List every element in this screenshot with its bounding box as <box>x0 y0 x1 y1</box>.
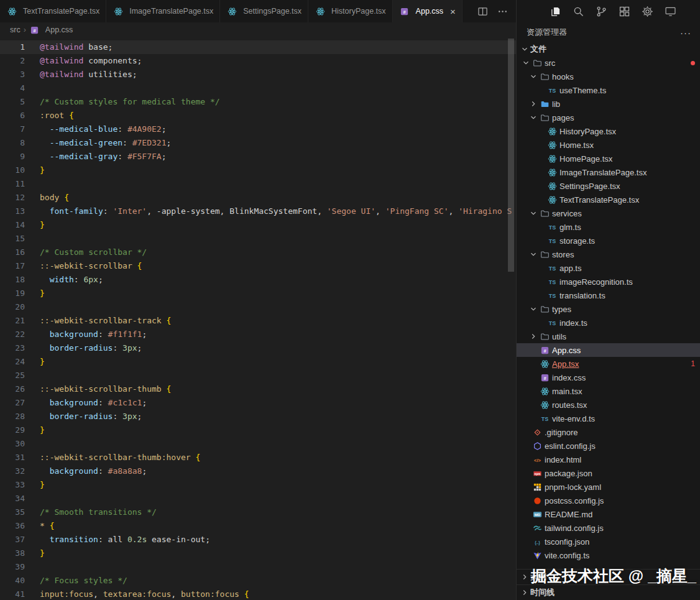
tree-item-app.ts[interactable]: TSapp.ts <box>517 261 700 275</box>
code-line-5[interactable]: 5/* Custom styles for medical theme */ <box>0 95 516 109</box>
tree-item-vite-env.d.ts[interactable]: TSvite-env.d.ts <box>517 412 700 425</box>
tree-item-texttranslatepage.tsx[interactable]: TextTranslatePage.tsx <box>517 193 700 206</box>
tree-item-index.ts[interactable]: TSindex.ts <box>517 316 700 330</box>
code-line-18[interactable]: 18 width: 6px; <box>0 273 516 287</box>
tab-imagetranslatepage.tsx[interactable]: ImageTranslatePage.tsx <box>106 0 220 22</box>
code-line-17[interactable]: 17::-webkit-scrollbar { <box>0 259 516 273</box>
tree-item-app.css[interactable]: #App.css <box>517 343 700 357</box>
tree-item-settingspage.tsx[interactable]: SettingsPage.tsx <box>517 179 700 193</box>
code-line-14[interactable]: 14} <box>0 218 516 232</box>
code-editor[interactable]: 1@tailwind base;2@tailwind components;3@… <box>0 37 516 600</box>
code-line-13[interactable]: 13 font-family: 'Inter', -apple-system, … <box>0 205 516 218</box>
code-line-10[interactable]: 10} <box>0 164 516 177</box>
code-line-30[interactable]: 30 <box>0 437 516 451</box>
code-line-4[interactable]: 4 <box>0 81 516 95</box>
tree-item-pnpm-lock.yaml[interactable]: pnpm-lock.yaml <box>517 480 700 494</box>
tab-historypage.tsx[interactable]: HistoryPage.tsx <box>308 0 393 22</box>
code-line-40[interactable]: 40/* Focus styles */ <box>0 574 516 588</box>
tree-item-services[interactable]: services <box>517 206 700 220</box>
code-line-33[interactable]: 33} <box>0 478 516 492</box>
tree-item-types[interactable]: types <box>517 302 700 316</box>
code-line-32[interactable]: 32 background: #a8a8a8; <box>0 464 516 478</box>
tree-item-index.html[interactable]: </>index.html <box>517 453 700 466</box>
code-line-12[interactable]: 12body { <box>0 191 516 205</box>
files-icon[interactable] <box>548 4 563 19</box>
tree-item-lib[interactable]: lib <box>517 97 700 111</box>
code-line-31[interactable]: 31::-webkit-scrollbar-thumb:hover { <box>0 451 516 464</box>
tree-item-imagetranslatepage.tsx[interactable]: ImageTranslatePage.tsx <box>517 165 700 179</box>
tree-item-storage.ts[interactable]: TSstorage.ts <box>517 234 700 247</box>
code-line-27[interactable]: 27 background: #c1c1c1; <box>0 396 516 410</box>
tree-item-vite.config.ts[interactable]: vite.config.ts <box>517 548 700 562</box>
code-line-39[interactable]: 39 <box>0 560 516 574</box>
tree-item-postcss.config.js[interactable]: postcss.config.js <box>517 494 700 507</box>
monitor-icon[interactable] <box>663 4 678 19</box>
tree-item-tsconfig.json[interactable]: {..}tsconfig.json <box>517 535 700 548</box>
code-line-35[interactable]: 35/* Smooth transitions */ <box>0 505 516 519</box>
code-line-29[interactable]: 29} <box>0 423 516 437</box>
gear-icon[interactable] <box>640 4 655 19</box>
more-actions-icon[interactable]: ··· <box>680 27 691 38</box>
tree-item-main.tsx[interactable]: main.tsx <box>517 384 700 398</box>
section-timeline[interactable]: 时间线 <box>517 584 700 600</box>
tree-item-translation.ts[interactable]: TStranslation.ts <box>517 288 700 302</box>
code-line-34[interactable]: 34 <box>0 492 516 505</box>
code-line-16[interactable]: 16/* Custom scrollbar */ <box>0 246 516 259</box>
code-line-23[interactable]: 23 border-radius: 3px; <box>0 341 516 355</box>
code-line-21[interactable]: 21::-webkit-scrollbar-track { <box>0 314 516 328</box>
tree-item-pages[interactable]: pages <box>517 111 700 124</box>
search-icon[interactable] <box>571 4 586 19</box>
code-line-37[interactable]: 37 transition: all 0.2s ease-in-out; <box>0 533 516 547</box>
tree-item-routes.tsx[interactable]: routes.tsx <box>517 398 700 412</box>
tree-item-glm.ts[interactable]: TSglm.ts <box>517 220 700 234</box>
tree-item-utils[interactable]: utils <box>517 330 700 343</box>
code-line-7[interactable]: 7 --medical-blue: #4A90E2; <box>0 122 516 136</box>
close-icon[interactable]: × <box>450 7 456 16</box>
code-line-24[interactable]: 24} <box>0 355 516 369</box>
code-line-15[interactable]: 15 <box>0 232 516 246</box>
tree-item-eslint.config.js[interactable]: eslint.config.js <box>517 439 700 453</box>
tree-item-home.tsx[interactable]: Home.tsx <box>517 138 700 152</box>
tab-texttranslatepage.tsx[interactable]: TextTranslatePage.tsx <box>0 0 106 22</box>
section-files[interactable]: 文件 <box>517 42 700 56</box>
code-line-38[interactable]: 38} <box>0 547 516 560</box>
code-line-36[interactable]: 36* { <box>0 519 516 533</box>
tree-item-imagerecognition.ts[interactable]: TSimageRecognition.ts <box>517 275 700 288</box>
code-line-28[interactable]: 28 border-radius: 3px; <box>0 410 516 423</box>
tree-item-index.css[interactable]: #index.css <box>517 371 700 384</box>
tree-item-src[interactable]: src <box>517 56 700 70</box>
tree-item-historypage.tsx[interactable]: HistoryPage.tsx <box>517 124 700 138</box>
git-branch-icon[interactable] <box>594 4 609 19</box>
code-line-25[interactable]: 25 <box>0 369 516 382</box>
code-line-22[interactable]: 22 background: #f1f1f1; <box>0 328 516 341</box>
code-line-2[interactable]: 2@tailwind components; <box>0 54 516 68</box>
code-line-9[interactable]: 9 --medical-gray: #F5F7FA; <box>0 150 516 164</box>
tree-item-readme.md[interactable]: MDREADME.md <box>517 507 700 521</box>
more-icon[interactable] <box>495 4 510 19</box>
tree-item-homepage.tsx[interactable]: HomePage.tsx <box>517 152 700 165</box>
tree-item-app.tsx[interactable]: App.tsx1 <box>517 357 700 371</box>
tab-app.css[interactable]: #App.css× <box>393 0 463 22</box>
split-editor-icon[interactable] <box>475 4 490 19</box>
tree-item-tailwind.config.js[interactable]: tailwind.config.js <box>517 521 700 535</box>
editor-scrollbar[interactable] <box>508 39 514 272</box>
breadcrumb-folder[interactable]: src <box>10 25 21 34</box>
code-line-3[interactable]: 3@tailwind utilities; <box>0 68 516 81</box>
tree-item-hooks[interactable]: hooks <box>517 70 700 83</box>
tree-item-package.json[interactable]: npmpackage.json <box>517 466 700 480</box>
tab-settingspage.tsx[interactable]: SettingsPage.tsx <box>220 0 308 22</box>
code-line-6[interactable]: 6:root { <box>0 109 516 122</box>
code-line-1[interactable]: 1@tailwind base; <box>0 40 516 54</box>
code-line-19[interactable]: 19} <box>0 287 516 300</box>
breadcrumb-file[interactable]: App.css <box>45 25 73 34</box>
code-line-26[interactable]: 26::-webkit-scrollbar-thumb { <box>0 382 516 396</box>
code-line-8[interactable]: 8 --medical-green: #7ED321; <box>0 136 516 150</box>
tree-item-.gitignore[interactable]: .gitignore <box>517 425 700 439</box>
tree-item-stores[interactable]: stores <box>517 247 700 261</box>
tree-item-usetheme.ts[interactable]: TSuseTheme.ts <box>517 83 700 97</box>
code-text: font-family: 'Inter', -apple-system, Bli… <box>40 205 512 218</box>
code-line-20[interactable]: 20 <box>0 300 516 314</box>
extensions-icon[interactable] <box>617 4 632 19</box>
code-line-41[interactable]: 41input:focus, textarea:focus, button:fo… <box>0 588 516 600</box>
code-line-11[interactable]: 11 <box>0 177 516 191</box>
